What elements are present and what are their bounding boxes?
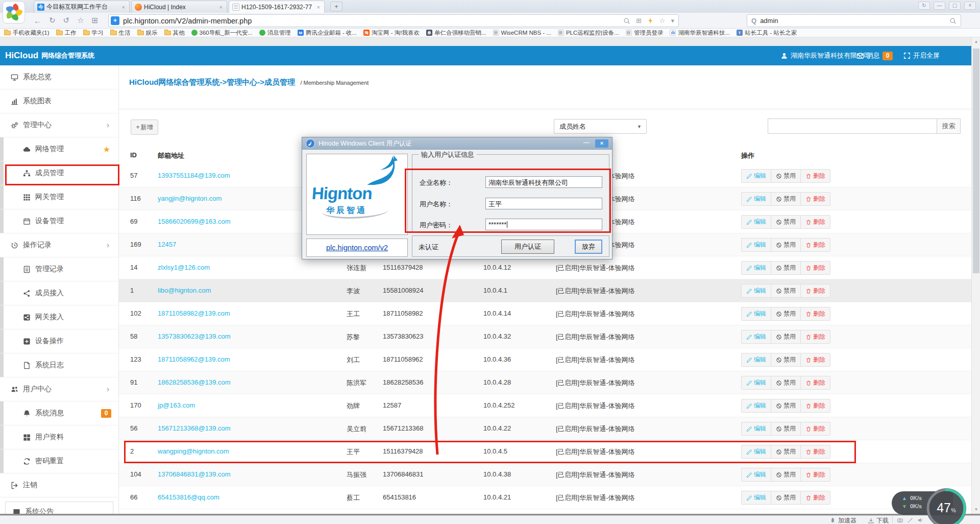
disable-button[interactable]: 禁用 [771,330,801,344]
edit-button[interactable]: 编辑 [741,215,771,229]
bookmark-item[interactable]: 其他 [164,29,185,37]
edit-button[interactable]: 编辑 [741,307,771,321]
scroll-down-icon[interactable]: ▼ [972,507,980,512]
sidebar-item-thlarge[interactable]: 用户资料 [0,425,118,449]
url-text[interactable]: plc.hignton.com/V2/admin-member.php [123,17,623,25]
window-close-icon[interactable]: × [964,2,976,10]
bookmark-item[interactable]: 工作 [56,29,77,37]
edit-button[interactable]: 编辑 [741,353,771,367]
bookmark-item[interactable]: 360导航_新一代安... [191,29,253,37]
cell-email-link[interactable]: 18711058982@139.com [158,309,230,317]
tab-close-icon[interactable]: × [121,4,126,10]
header-fullscreen[interactable]: 开启全屏 [903,46,940,65]
address-bar[interactable]: + plc.hignton.com/V2/admin-member.php ⊞ … [108,14,679,27]
cell-email-link[interactable]: 13706846831@139.com [158,470,231,478]
disable-button[interactable]: 禁用 [771,399,801,413]
delete-button[interactable]: 删除 [800,353,830,367]
cell-email-link[interactable]: yangjin@hignton.com [158,195,222,202]
sidebar-item-signout[interactable]: 注销 [0,473,118,497]
disable-button[interactable]: 禁用 [771,491,801,505]
search-value[interactable]: admin [760,17,949,25]
browser-tab[interactable]: 今今目标互联网工作平台× [34,1,130,13]
browser-tab[interactable]: H120-1509-1617-2932-77× [229,1,325,13]
disable-button[interactable]: 禁用 [771,261,801,275]
search-icon[interactable] [949,17,957,25]
cell-email-link[interactable]: 13937551184@139.com [158,172,230,179]
bookmark-item[interactable]: ılı湖南华辰智通科技... [670,29,730,37]
sidebar-item-doc[interactable]: 系统日志 [0,353,118,377]
sidebar-item-grid[interactable]: 网关管理 [0,185,118,209]
sidebar-item-monitor[interactable]: 系统总览 [0,65,118,89]
disable-button[interactable]: 禁用 [771,238,801,252]
cell-email-link[interactable]: 15671213368@139.com [158,424,231,432]
bookmark-item[interactable]: WiseCRM NBS - ... [493,30,551,36]
apps-grid-icon[interactable]: ⊞ [92,16,99,25]
speed-mode-icon[interactable] [647,17,654,24]
cell-email-link[interactable]: 13573830623@139.com [158,332,231,340]
delete-button[interactable]: 删除 [800,215,830,229]
window-restore-icon[interactable]: ↻ [918,2,930,10]
sidebar-item-users[interactable]: 用户中心› [0,377,118,401]
bookmark-item[interactable]: 消息管理 [259,29,291,37]
sidebar-item-history[interactable]: 操作记录› [0,233,118,257]
sidebar-item-cloud[interactable]: 网络管理★ [0,137,118,161]
download-item[interactable]: 下载 [868,516,889,524]
page-scrollbar[interactable]: ▲ ▼ [971,37,980,514]
add-member-button[interactable]: + 新增 [131,120,158,135]
dialog-site-link[interactable]: plc.hignton.com/v2 [326,244,388,252]
bookmark-item[interactable]: T站长工具 - 站长之家 [737,29,797,37]
sidebar-item-calendar[interactable]: 设备管理 [0,209,118,233]
authenticate-button[interactable]: 用户认证 [501,240,554,254]
delete-button[interactable]: 删除 [800,399,830,413]
browser-search-box[interactable]: Q admin [747,14,961,27]
cell-email-link[interactable]: zlxlsy1@126.com [158,264,210,271]
scroll-up-icon[interactable]: ▲ [972,39,980,44]
tab-close-icon[interactable]: × [218,4,224,10]
sidebar-item-doclines[interactable]: 管理记录 [0,257,118,281]
edit-button[interactable]: 编辑 [741,468,771,482]
cell-email-link[interactable]: 18628258536@139.com [158,378,231,386]
sidebar-item-bell[interactable]: 系统消息0 [0,401,118,425]
accelerator-item[interactable]: 加速器 [829,516,856,524]
cell-email-link[interactable]: jp@163.com [158,401,195,409]
bookmark-item[interactable]: 管理员登录 [626,29,664,37]
window-maximize-icon[interactable]: ▢ [949,2,961,10]
table-search-button[interactable]: 搜索 [937,119,960,133]
sidebar-item-sharesq[interactable]: 网关接入 [0,305,118,329]
new-tab-button[interactable]: + [330,2,342,11]
acceleration-gauge[interactable]: 47% [924,486,968,524]
dialog-titlebar[interactable]: Hinode Windows Client 用户认证 — × [302,137,612,150]
delete-button[interactable]: 删除 [800,468,830,482]
delete-button[interactable]: 删除 [800,192,830,206]
search-engine-icon[interactable]: Q [751,17,756,25]
disable-button[interactable]: 禁用 [771,215,801,229]
cell-email-link[interactable]: 12457 [158,241,176,248]
sidebar-item-announce[interactable]: 系统公告 [5,502,113,515]
bookmark-star-icon[interactable]: ☆ [659,17,666,25]
disable-button[interactable]: 禁用 [771,307,801,321]
refresh-icon[interactable]: ↻ [49,16,56,25]
edit-button[interactable]: 编辑 [741,169,771,183]
find-in-page-icon[interactable] [623,17,630,25]
edit-button[interactable]: 编辑 [741,422,771,436]
cleaner-brush-icon[interactable] [907,517,914,523]
bookmark-item[interactable]: M腾讯企业邮箱 - 收... [298,29,357,37]
speaker-icon[interactable] [917,517,924,523]
history-icon[interactable]: ↺ [63,16,70,25]
header-messages[interactable]: 消息 0 [856,46,893,65]
sidebar-item-chart[interactable]: 系统图表 [0,89,118,113]
table-search-input[interactable] [768,119,937,133]
bookmark-item[interactable]: 娱乐 [137,29,158,37]
edit-button[interactable]: 编辑 [741,192,771,206]
filter-select[interactable]: 成员姓名 ▼ [554,119,647,134]
delete-button[interactable]: 删除 [800,307,830,321]
bookmark-item[interactable]: 学习 [83,29,104,37]
sidebar-item-refresh[interactable]: 密码重置 [0,449,118,473]
delete-button[interactable]: 删除 [800,169,830,183]
bookmark-item[interactable]: 生活 [110,29,131,37]
extensions-grid-icon[interactable]: ⊞ [636,17,642,25]
edit-button[interactable]: 编辑 [741,399,771,413]
edit-button[interactable]: 编辑 [741,284,771,298]
edit-button[interactable]: 编辑 [741,261,771,275]
edit-button[interactable]: 编辑 [741,238,771,252]
